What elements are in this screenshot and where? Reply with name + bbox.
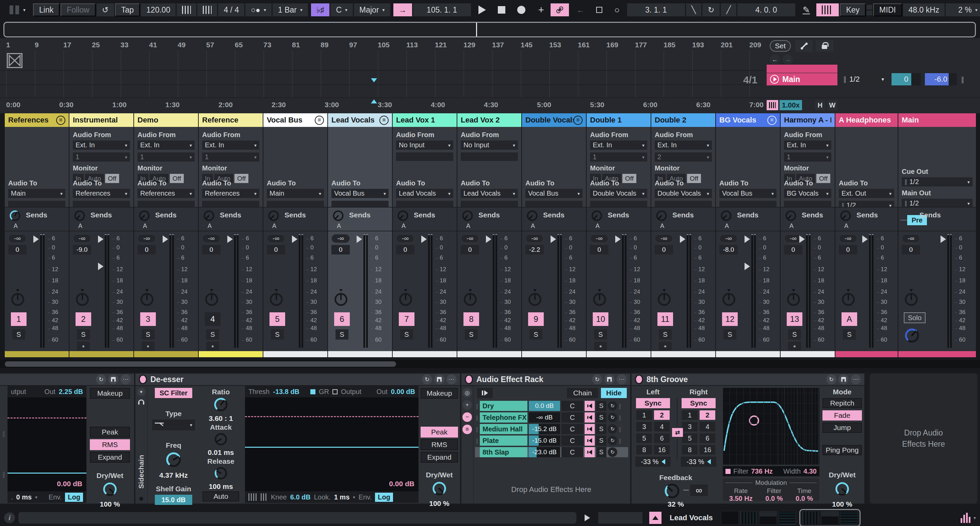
audio-from-select[interactable]: Ext. In▾	[137, 140, 195, 150]
track-activator-button[interactable]: 3	[140, 312, 156, 326]
audio-from-select[interactable]: No Input▾	[396, 140, 453, 150]
hot-swap-icon[interactable]: ↻	[96, 374, 106, 385]
nudge-down-icon[interactable]	[177, 3, 196, 16]
floor-value[interactable]: 0.00 dB	[389, 480, 414, 488]
volume-value-field[interactable]: 0	[590, 245, 608, 254]
solo-button[interactable]: S	[336, 329, 348, 340]
rack-drop-zone[interactable]: Drop Audio Effects Here	[475, 485, 627, 494]
key-map-button[interactable]: Key	[840, 3, 865, 16]
beat-division-8[interactable]: 8	[636, 445, 652, 454]
volume-value-field[interactable]: -2.2	[525, 245, 544, 254]
track-activator-button[interactable]: 8	[463, 312, 479, 326]
volume-fader[interactable]	[940, 235, 946, 243]
scene-color-strip[interactable]	[767, 65, 837, 73]
device-title-bar[interactable]: ↻ ···	[0, 373, 134, 386]
chain-volume-slider[interactable]: -15.2 dB	[529, 424, 560, 434]
peak-level-display[interactable]: -∞	[202, 234, 221, 243]
chain-pan-field[interactable]: C	[562, 412, 583, 423]
hot-swap-icon[interactable]: ↻	[826, 374, 837, 385]
env-log-toggle[interactable]: Log	[65, 493, 83, 502]
ratio-knob[interactable]	[213, 397, 229, 414]
pan-knob[interactable]	[398, 289, 413, 308]
chain-hot-swap-icon[interactable]: ↻	[608, 447, 617, 457]
lookahead-value[interactable]: 1 ms	[334, 493, 350, 501]
peak-level-display[interactable]: -∞	[331, 234, 350, 243]
new-button[interactable]: +	[533, 3, 550, 16]
track-header[interactable]: Demo	[134, 113, 198, 127]
audio-to-select[interactable]: Vocal Bus▾	[719, 189, 776, 198]
send-a-knob[interactable]	[526, 210, 538, 223]
track-activator-button[interactable]: 10	[593, 312, 608, 326]
audio-to-select[interactable]: References▾	[137, 189, 195, 198]
gr-checkbox[interactable]	[310, 389, 315, 394]
chain-volume-slider[interactable]: -15.0 dB	[529, 435, 560, 446]
more-options-icon[interactable]: ···	[851, 374, 861, 385]
more-options-icon[interactable]: ···	[121, 374, 130, 385]
mod-time-value[interactable]: 0.0 %	[795, 495, 813, 502]
freeze-infinite-button[interactable]: ∞	[690, 485, 708, 496]
send-a-knob[interactable]	[397, 210, 409, 223]
chain-volume-slider[interactable]: 0.0 dB	[529, 401, 560, 411]
send-a-knob[interactable]	[655, 210, 668, 223]
pan-knob[interactable]	[269, 289, 284, 308]
volume-fader[interactable]	[292, 235, 298, 243]
chain-row-plate[interactable]: ∥Plate-15.0 dBCS↻∥	[475, 435, 628, 446]
loop-region-icon[interactable]	[7, 53, 22, 68]
peak-level-display[interactable]: -∞	[73, 234, 91, 243]
chain-button[interactable]: Chain	[567, 388, 598, 398]
beat-division-5[interactable]: 5	[682, 434, 698, 443]
track-activator-button[interactable]: A	[842, 312, 857, 326]
play-button[interactable]	[473, 3, 492, 16]
chain-name[interactable]: Plate	[480, 435, 527, 446]
chain-mute-speaker-icon[interactable]	[585, 412, 595, 423]
sidechain-led[interactable]	[139, 497, 143, 501]
mode-rms-button[interactable]: RMS	[421, 439, 458, 450]
audio-from-select[interactable]: Ext. In▾	[590, 140, 647, 150]
volume-fader-secondary[interactable]	[745, 263, 750, 270]
solo-button[interactable]: S	[465, 329, 478, 340]
chain-list-icon[interactable]: −	[463, 412, 472, 422]
pan-knob[interactable]	[10, 289, 25, 308]
volume-value-field[interactable]: -9.0	[73, 245, 91, 254]
chain-mute-speaker-icon[interactable]	[585, 424, 595, 434]
mode-jump-button[interactable]: Jump	[822, 423, 862, 433]
device-view-icon[interactable]: ≡	[463, 424, 472, 434]
send-a-knob[interactable]	[591, 210, 603, 223]
input-channel-select[interactable]: 1▾	[137, 153, 195, 162]
scrub-grid[interactable]	[0, 50, 764, 97]
track-header[interactable]: A Headphones	[835, 113, 898, 127]
feedback-knob[interactable]	[663, 482, 681, 501]
delay-offset-field[interactable]: -33 %	[681, 457, 716, 467]
filter-width-value[interactable]: 4.30	[803, 467, 817, 475]
playback-speed-field[interactable]: 1.00x	[780, 100, 802, 110]
device-thumbnail[interactable]	[840, 511, 858, 524]
peak-level-display[interactable]: -∞	[461, 234, 479, 243]
track-header[interactable]: Double 1	[587, 113, 651, 127]
chain-name[interactable]: Medium Hall	[480, 424, 527, 434]
device-thumbnail[interactable]	[740, 511, 758, 524]
peak-level-display[interactable]: -∞	[525, 234, 544, 243]
chain-hot-swap-icon[interactable]: ↻	[608, 436, 617, 445]
volume-fader[interactable]	[799, 235, 805, 243]
solo-button[interactable]: S	[594, 329, 607, 340]
chain-volume-slider[interactable]: -23.0 dB	[529, 447, 560, 457]
track-activator-button[interactable]: 7	[399, 312, 414, 326]
scene-play-icon[interactable]	[770, 75, 779, 84]
save-preset-icon[interactable]	[838, 374, 849, 385]
filter-display[interactable]	[723, 388, 819, 465]
ping-pong-button[interactable]: Ping Pong	[822, 445, 862, 455]
link-scene-icon[interactable]	[795, 40, 813, 52]
mode-repitch-button[interactable]: Repitch	[822, 398, 862, 408]
group-fold-icon[interactable]: ≡	[379, 116, 388, 125]
device-activator-led[interactable]	[465, 375, 473, 384]
tap-button[interactable]: Tap	[115, 3, 140, 16]
cue-volume-knob[interactable]	[904, 327, 920, 345]
hot-swap-icon[interactable]: ↻	[422, 374, 432, 385]
group-fold-icon[interactable]: ≡	[573, 116, 582, 125]
pan-knob[interactable]	[140, 289, 154, 308]
deesser-display[interactable]: Thresh -13.8 dB GR Output Out 0.00 dB 0.…	[245, 386, 418, 503]
dry-wet-knob[interactable]	[834, 481, 850, 498]
volume-value-field[interactable]: 0	[267, 245, 285, 254]
device-thumbnail[interactable]	[721, 511, 739, 524]
solo-button[interactable]: S	[724, 329, 737, 340]
